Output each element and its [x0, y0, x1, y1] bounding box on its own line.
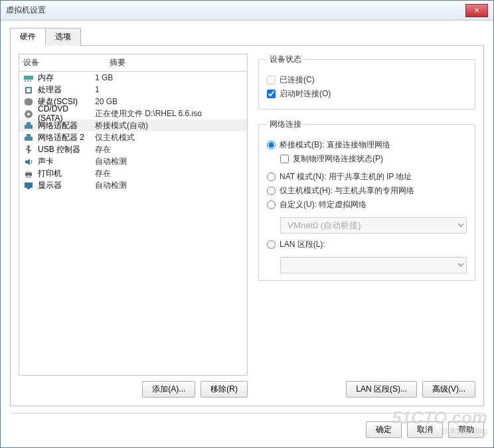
footer-buttons: 确定 取消 帮助: [10, 413, 484, 438]
lan-radio[interactable]: [267, 240, 276, 249]
svg-rect-19: [27, 175, 31, 177]
svg-rect-20: [25, 183, 33, 188]
device-summary: 自动检测: [95, 180, 243, 191]
bridged-radio[interactable]: [267, 141, 276, 149]
connected-checkbox[interactable]: [267, 76, 276, 84]
svg-rect-21: [27, 188, 30, 189]
close-button[interactable]: ✕: [465, 4, 488, 17]
network-group: 网络连接 桥接模式(B): 直接连接物理网络 复制物理网络连接状态(P) NAT…: [258, 119, 475, 281]
cpu-icon: [23, 85, 34, 94]
col-device: 设备: [23, 57, 110, 68]
replicate-row[interactable]: 复制物理网络连接状态(P): [280, 153, 467, 165]
panel: 设备 摘要 内存1 GB处理器1硬盘(SCSI)20 GBCD/DVD (SAT…: [10, 46, 484, 406]
svg-point-10: [27, 113, 30, 115]
help-button[interactable]: 帮助: [448, 421, 484, 438]
svg-rect-2: [27, 80, 29, 82]
nat-radio[interactable]: [267, 173, 276, 181]
svg-rect-1: [25, 80, 26, 82]
ok-button[interactable]: 确定: [366, 421, 402, 438]
window-title: 虚拟机设置: [6, 5, 46, 16]
svg-rect-11: [25, 125, 33, 129]
nat-label: NAT 模式(N): 用于共享主机的 IP 地址: [280, 171, 412, 183]
device-status-legend: 设备状态: [267, 54, 304, 65]
lan-segments-button[interactable]: LAN 区段(S)...: [346, 381, 417, 398]
device-summary: 桥接模式(自动): [95, 120, 243, 131]
device-row[interactable]: 打印机存在: [19, 167, 247, 179]
device-name: 处理器: [38, 84, 62, 96]
device-summary: 存在: [95, 168, 243, 179]
custom-label: 自定义(U): 特定虚拟网络: [280, 199, 367, 210]
connect-poweron-label: 启动时连接(O): [280, 88, 331, 100]
memory-icon: [23, 73, 34, 82]
nat-row[interactable]: NAT 模式(N): 用于共享主机的 IP 地址: [267, 171, 467, 183]
tab-hardware[interactable]: 硬件: [10, 28, 46, 46]
device-row[interactable]: 声卡自动检测: [19, 155, 247, 167]
device-name: 网络适配器: [38, 120, 78, 131]
tab-options[interactable]: 选项: [45, 28, 81, 46]
svg-rect-3: [30, 80, 31, 82]
device-summary: 正在使用文件 D:\RHEL 6.6.iso: [95, 108, 243, 119]
bridged-label: 桥接模式(B): 直接连接物理网络: [280, 139, 390, 151]
replicate-checkbox[interactable]: [280, 155, 289, 163]
settings-panel: 设备状态 已连接(C) 启动时连接(O) 网络连接 桥接模式(B): 直接连接物…: [258, 54, 475, 398]
display-icon: [23, 181, 34, 190]
connected-label: 已连接(C): [280, 74, 315, 86]
bridged-row[interactable]: 桥接模式(B): 直接连接物理网络: [267, 139, 467, 151]
network-legend: 网络连接: [267, 119, 304, 130]
cd-icon: [23, 109, 34, 118]
svg-rect-12: [27, 122, 31, 125]
connected-row[interactable]: 已连接(C): [267, 74, 467, 86]
lan-select[interactable]: [280, 257, 467, 273]
custom-select[interactable]: VMnet0 (自动桥接): [280, 217, 467, 234]
device-name: 显示器: [38, 180, 62, 191]
cancel-button[interactable]: 取消: [407, 421, 443, 438]
content: 硬件 选项 设备 摘要 内存1 GB处理器1硬盘(SCSI)20 GBCD/DV…: [1, 21, 493, 447]
device-name: 网络适配器 2: [38, 132, 84, 143]
vm-settings-window: 虚拟机设置 ✕ 硬件 选项 设备 摘要 内存1 GB处理器1硬盘(SCSI)20…: [0, 0, 494, 448]
svg-rect-0: [24, 76, 33, 80]
connect-poweron-row[interactable]: 启动时连接(O): [267, 88, 467, 100]
custom-select-wrap: VMnet0 (自动桥接): [280, 213, 467, 234]
lan-label: LAN 区段(L):: [280, 239, 325, 250]
device-name: 内存: [38, 72, 54, 84]
net-extra-buttons: LAN 区段(S)... 高级(V)...: [258, 381, 475, 398]
svg-rect-5: [27, 88, 31, 92]
device-summary: 仅主机模式: [95, 132, 243, 143]
device-list[interactable]: 设备 摘要 内存1 GB处理器1硬盘(SCSI)20 GBCD/DVD (SAT…: [19, 54, 248, 376]
sound-icon: [23, 157, 34, 166]
device-panel: 设备 摘要 内存1 GB处理器1硬盘(SCSI)20 GBCD/DVD (SAT…: [19, 54, 248, 398]
add-button[interactable]: 添加(A)...: [142, 381, 195, 398]
custom-radio[interactable]: [267, 200, 276, 209]
device-summary: 自动检测: [95, 156, 243, 167]
device-summary: 存在: [95, 144, 243, 155]
custom-row[interactable]: 自定义(U): 特定虚拟网络: [267, 199, 467, 210]
hostonly-radio[interactable]: [267, 187, 276, 195]
device-row[interactable]: CD/DVD (SATA)正在使用文件 D:\RHEL 6.6.iso: [19, 108, 247, 119]
advanced-button[interactable]: 高级(V)...: [422, 381, 475, 398]
svg-rect-14: [27, 134, 31, 137]
device-row[interactable]: 处理器1: [19, 84, 247, 96]
device-buttons: 添加(A)... 移除(R): [19, 381, 248, 398]
device-row[interactable]: 网络适配器桥接模式(自动): [19, 119, 247, 131]
titlebar[interactable]: 虚拟机设置 ✕: [1, 1, 493, 21]
replicate-label: 复制物理网络连接状态(P): [293, 153, 383, 165]
device-row[interactable]: 显示器自动检测: [19, 179, 247, 191]
remove-button[interactable]: 移除(R): [201, 381, 248, 398]
device-row[interactable]: 内存1 GB: [19, 72, 247, 84]
lan-row[interactable]: LAN 区段(L):: [267, 239, 467, 250]
tabs: 硬件 选项: [10, 27, 484, 46]
device-row[interactable]: USB 控制器存在: [19, 143, 247, 155]
device-name: USB 控制器: [38, 144, 80, 155]
net-icon: [23, 121, 34, 130]
hostonly-row[interactable]: 仅主机模式(H): 与主机共享的专用网络: [267, 185, 467, 196]
usb-icon: [23, 145, 34, 154]
device-status-group: 设备状态 已连接(C) 启动时连接(O): [258, 54, 475, 110]
hostonly-label: 仅主机模式(H): 与主机共享的专用网络: [280, 185, 414, 196]
device-summary: 20 GB: [95, 97, 243, 106]
device-summary: 1 GB: [95, 73, 243, 82]
col-summary: 摘要: [110, 57, 125, 68]
device-row[interactable]: 网络适配器 2仅主机模式: [19, 131, 247, 143]
device-name: 声卡: [38, 156, 54, 167]
printer-icon: [23, 169, 34, 178]
connect-poweron-checkbox[interactable]: [267, 90, 276, 98]
